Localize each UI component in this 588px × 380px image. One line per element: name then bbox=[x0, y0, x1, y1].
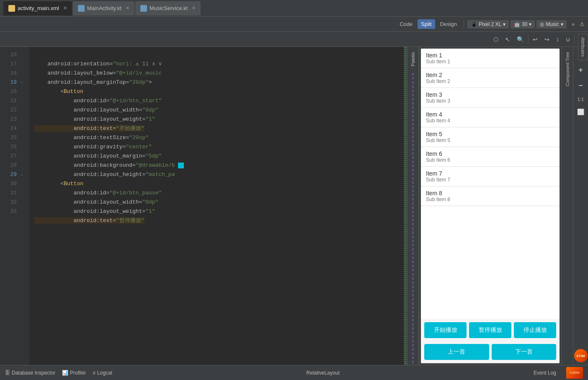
code-view-button[interactable]: Code bbox=[396, 19, 416, 29]
attributes-panel-tab[interactable]: Attributes bbox=[578, 34, 588, 60]
database-inspector-button[interactable]: 🗄 Database Inspector bbox=[5, 370, 55, 376]
list-item-5[interactable]: Item 6 Sub Item 6 bbox=[421, 147, 560, 167]
fit-screen-button[interactable]: ⬜ bbox=[575, 106, 587, 118]
line-20: android:id="@+id/btn_start" bbox=[34, 98, 162, 104]
list-item-title-6: Item 7 bbox=[426, 170, 554, 177]
line-num-23: 23 bbox=[0, 115, 21, 124]
tab-bar: activity_main.xml ✕ MainActivity.kt ✕ Mu… bbox=[0, 0, 588, 17]
list-item-title-1: Item 2 bbox=[426, 72, 554, 78]
union-button[interactable]: ∪ bbox=[563, 34, 573, 44]
pause-play-button[interactable]: 暂停播放 bbox=[469, 322, 511, 338]
line-num-29: 29 bbox=[0, 170, 21, 179]
line-19: <Button bbox=[34, 88, 83, 95]
layers-button[interactable]: ⬡ bbox=[491, 34, 501, 44]
warning-icon: ⚠ bbox=[580, 21, 585, 27]
music-chevron-icon: ▾ bbox=[561, 21, 563, 27]
list-item-sub-6: Sub Item 7 bbox=[426, 177, 554, 183]
csdn-label: CSDN bbox=[570, 371, 580, 375]
line-num-16: 16 bbox=[0, 50, 21, 59]
line-num-21: 21 bbox=[0, 96, 21, 106]
vertical-arrange-button[interactable]: ↕ bbox=[554, 34, 562, 44]
list-item-sub-5: Sub Item 6 bbox=[426, 157, 554, 163]
logcat-button[interactable]: ≡ Logcat bbox=[93, 370, 112, 376]
back-button[interactable]: ↩ bbox=[530, 34, 540, 44]
line-21: android:layout_width="0dp" bbox=[34, 107, 158, 113]
vertical-scroll-indicator[interactable] bbox=[404, 47, 407, 365]
tab-music-service[interactable]: MusicService.kt ✕ bbox=[135, 1, 201, 16]
tab-label-main-activity: MainActivity.kt bbox=[87, 5, 121, 11]
logcat-label: Logcat bbox=[97, 370, 112, 376]
list-item-1[interactable]: Item 2 Sub Item 2 bbox=[421, 68, 560, 88]
user-avatar[interactable]: 271M bbox=[574, 349, 588, 362]
next-song-button[interactable]: 下一首 bbox=[492, 344, 557, 360]
split-view-button[interactable]: Split bbox=[418, 19, 435, 29]
profiler-button[interactable]: 📊 Profiler bbox=[62, 370, 86, 376]
gutter-20 bbox=[21, 87, 29, 96]
gutter-29: ◦ bbox=[21, 170, 29, 179]
zoom-in-button[interactable]: + bbox=[575, 63, 587, 77]
toolbar2-sep2 bbox=[574, 35, 575, 44]
event-log-button[interactable]: Event Log bbox=[534, 370, 556, 376]
preview-button-row: 开始播放 暂停播放 停止播放 bbox=[421, 319, 560, 341]
tab-close-main-activity[interactable]: ✕ bbox=[126, 5, 129, 11]
tab-main-activity[interactable]: MainActivity.kt ✕ bbox=[73, 1, 134, 16]
gutter-27 bbox=[21, 152, 29, 161]
gutter-25 bbox=[21, 133, 29, 142]
list-view[interactable]: Item 1 Sub Item 1 Item 2 Sub Item 2 Item… bbox=[421, 49, 560, 319]
tab-close-activity-main[interactable]: ✕ bbox=[63, 5, 67, 11]
tab-activity-main[interactable]: activity_main.xml ✕ bbox=[3, 1, 72, 16]
stop-play-button[interactable]: 停止播放 bbox=[514, 322, 556, 338]
list-item-3[interactable]: Item 4 Sub Item 4 bbox=[421, 108, 560, 127]
design-view-button[interactable]: Design bbox=[437, 19, 460, 29]
line-num-25: 25 bbox=[0, 133, 21, 142]
zoom-button[interactable]: 🔍 bbox=[514, 34, 526, 44]
line-16: android:orientation="hori: ⚠ 11 ∧ ∨ bbox=[34, 61, 162, 67]
line-30: android:id="@+id/btn_pause" bbox=[34, 190, 162, 196]
list-item-2[interactable]: Item 3 Sub Item 3 bbox=[421, 88, 560, 108]
device-selector[interactable]: 📱 Pixel 2 XL ▾ bbox=[467, 20, 509, 28]
line-num-19: 19 bbox=[0, 78, 21, 87]
forward-button[interactable]: ↪ bbox=[542, 34, 552, 44]
aspect-ratio-button[interactable]: 1:1 bbox=[575, 94, 587, 104]
music-selector[interactable]: ◎ Music ▾ bbox=[536, 20, 566, 28]
list-item-0[interactable]: Item 1 Sub Item 1 bbox=[421, 49, 560, 68]
android-preview: Item 1 Sub Item 1 Item 2 Sub Item 2 Item… bbox=[421, 49, 560, 363]
line-num-30: 30 bbox=[0, 179, 21, 189]
list-item-6[interactable]: Item 7 Sub Item 7 bbox=[421, 167, 560, 186]
palette-label[interactable]: Palette bbox=[410, 47, 415, 71]
list-item-title-5: Item 6 bbox=[426, 150, 554, 157]
list-item-title-3: Item 4 bbox=[426, 111, 554, 118]
more-options-button[interactable]: » bbox=[568, 19, 578, 29]
start-play-button[interactable]: 开始播放 bbox=[424, 322, 467, 338]
android-icon: 🤖 bbox=[514, 21, 520, 27]
device-chevron-icon: ▾ bbox=[503, 21, 505, 27]
gutter-18 bbox=[21, 69, 29, 78]
component-tree-label[interactable]: Component Tree bbox=[565, 47, 570, 91]
avatar-label: 271M bbox=[576, 354, 585, 358]
line-num-26: 26 bbox=[0, 142, 21, 152]
music-config-icon: ◎ bbox=[540, 21, 544, 27]
csdn-badge[interactable]: CSDN bbox=[566, 367, 583, 379]
line-num-18: 18 bbox=[0, 69, 21, 78]
api-level: 30 bbox=[522, 21, 527, 27]
gutter-28 bbox=[21, 161, 29, 170]
list-item-7[interactable]: Item 8 Sub Item 8 bbox=[421, 186, 560, 206]
top-toolbar: Code Split Design 📱 Pixel 2 XL ▾ 🤖 30 ▾ … bbox=[0, 17, 588, 32]
line-num-27: 27 bbox=[0, 152, 21, 161]
api-chevron-icon: ▾ bbox=[529, 21, 531, 27]
list-item-title-2: Item 3 bbox=[426, 91, 554, 98]
line-22: android:layout_weight="1" bbox=[34, 116, 155, 122]
code-content[interactable]: android:orientation="hori: ⚠ 11 ∧ ∨ andr… bbox=[29, 47, 404, 365]
prev-song-button[interactable]: 上一首 bbox=[424, 344, 489, 360]
line-num-24: 24 bbox=[0, 124, 21, 133]
list-item-4[interactable]: Item 5 Sub Item 5 bbox=[421, 127, 560, 147]
api-selector[interactable]: 🤖 30 ▾ bbox=[511, 20, 535, 28]
gutter-23 bbox=[21, 115, 29, 124]
tab-close-music-service[interactable]: ✕ bbox=[192, 5, 196, 11]
cursor-button[interactable]: ↖ bbox=[503, 34, 513, 44]
line-25: android:gravity="center" bbox=[34, 144, 152, 150]
line-num-20: 20 bbox=[0, 87, 21, 96]
gutter-26 bbox=[21, 142, 29, 152]
zoom-out-button[interactable]: − bbox=[575, 79, 587, 93]
gutter-21 bbox=[21, 96, 29, 106]
